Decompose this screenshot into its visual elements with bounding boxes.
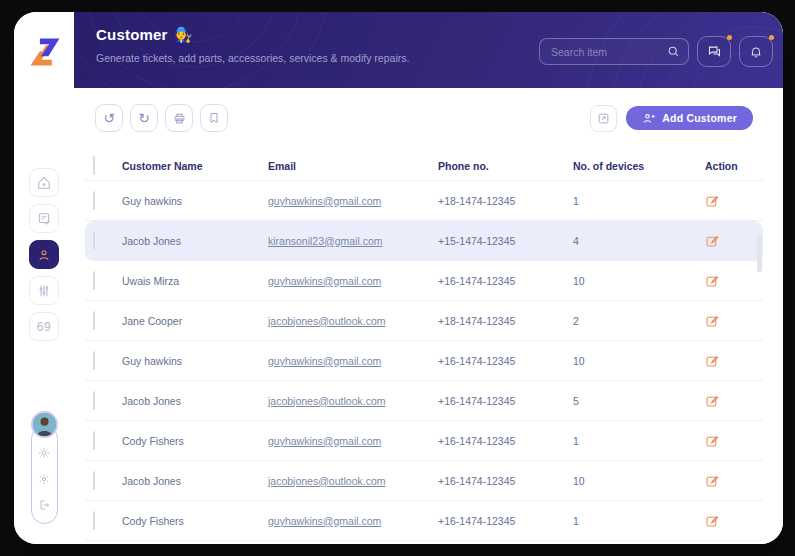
cell-email-link[interactable]: jacobjones@outlook.com [268,475,385,487]
table-row[interactable]: Jacob Jones kiransonil23@gmail.com +15-1… [85,221,763,261]
cell-customer-name: Cody Fishers [122,435,268,447]
column-header-devices: No. of devices [573,160,705,172]
table-row[interactable]: Guy hawkins guyhawkins@gmail.com +18-147… [85,181,763,221]
cell-phone: +18-1474-12345 [438,315,573,327]
table-row[interactable]: Cody Fishers guyhawkins@gmail.com +16-14… [85,501,763,541]
search-icon [667,45,680,58]
cell-customer-name: Jacob Jones [122,475,268,487]
print-button[interactable] [165,104,193,132]
edit-icon [705,234,719,248]
table-row[interactable]: Uwais Mirza guyhawkins@gmail.com +16-147… [85,261,763,301]
undo-button[interactable]: ↺ [95,104,123,132]
user-avatar[interactable] [31,411,58,438]
cell-devices: 4 [573,235,705,247]
cell-devices: 1 [573,195,705,207]
home-icon [37,176,51,190]
header-actions [539,36,773,67]
printer-icon [173,112,186,125]
page-subtitle: Generate tickets, add parts, accessories… [96,52,409,64]
row-checkbox[interactable] [93,191,95,210]
select-all-checkbox[interactable] [93,156,95,175]
cell-email-link[interactable]: guyhawkins@gmail.com [268,435,381,447]
profile-stack [14,411,74,524]
notifications-button[interactable] [739,36,773,67]
edit-button[interactable] [705,353,720,368]
edit-button[interactable] [705,473,720,488]
column-header-phone: Phone no. [438,160,573,172]
cell-email-link[interactable]: guyhawkins@gmail.com [268,355,381,367]
cell-customer-name: Guy hawkins [122,355,268,367]
cell-devices: 10 [573,355,705,367]
table-row[interactable]: Cody Fishers guyhawkins@gmail.com +16-14… [85,421,763,461]
sidebar-item-customers[interactable] [29,240,59,269]
page-title: Customer [96,26,168,43]
table-toolbar: ↺ ↻ Add Customer [95,104,753,132]
cell-email-link[interactable]: guyhawkins@gmail.com [268,195,381,207]
search-box [539,38,689,65]
cell-devices: 1 [573,515,705,527]
user-plus-icon [642,112,655,125]
row-checkbox[interactable] [93,471,95,490]
profile-quick-actions [31,425,58,524]
sidebar-item-tickets[interactable] [29,204,59,233]
edit-button[interactable] [705,273,720,288]
redo-icon: ↻ [138,111,150,125]
redo-button[interactable]: ↻ [130,104,158,132]
row-checkbox[interactable] [93,431,95,450]
edit-icon [705,314,719,328]
add-customer-button[interactable]: Add Customer [626,106,753,130]
row-checkbox[interactable] [93,231,95,250]
bell-icon [749,45,763,59]
cell-email-link[interactable]: kiransonil23@gmail.com [268,235,383,247]
page-header: Customer🧑‍🔧 Generate tickets, add parts,… [74,12,783,88]
edit-button[interactable] [705,433,720,448]
edit-button[interactable] [705,313,720,328]
messages-button[interactable] [697,36,731,67]
search-input[interactable] [551,46,667,58]
edit-button[interactable] [705,393,720,408]
table-body: Guy hawkins guyhawkins@gmail.com +18-147… [85,181,763,541]
theme-icon[interactable] [38,446,51,459]
edit-button[interactable] [705,233,720,248]
cell-email-link[interactable]: jacobjones@outlook.com [268,315,385,327]
cell-email-link[interactable]: guyhawkins@gmail.com [268,275,381,287]
chat-icon [707,44,722,59]
bookmark-button[interactable] [200,104,228,132]
stats-icon: 69 [37,320,51,334]
row-checkbox[interactable] [93,271,95,290]
app-window: 69 [14,12,783,544]
edit-icon [705,354,719,368]
table-row[interactable]: Guy hawkins guyhawkins@gmail.com +16-147… [85,341,763,381]
cell-devices: 10 [573,475,705,487]
row-checkbox[interactable] [93,311,95,330]
notification-dot [727,35,732,40]
sidebar-item-home[interactable] [29,168,59,197]
table-row[interactable]: Jacob Jones jacobjones@outlook.com +16-1… [85,461,763,501]
edit-button[interactable] [705,193,720,208]
table-scrollbar[interactable] [757,234,762,272]
export-icon [597,112,610,125]
cell-phone: +16-1474-12345 [438,395,573,407]
cell-phone: +16-1474-12345 [438,515,573,527]
edit-button[interactable] [705,513,720,528]
cell-customer-name: Jacob Jones [122,395,268,407]
export-button[interactable] [590,105,617,132]
settings-icon[interactable] [38,472,51,485]
sidebar-item-stats[interactable]: 69 [29,312,59,341]
edit-icon [705,434,719,448]
table-row[interactable]: Jacob Jones jacobjones@outlook.com +16-1… [85,381,763,421]
ticket-edit-icon [37,212,51,226]
row-checkbox[interactable] [93,391,95,410]
table-row[interactable]: Jane Cooper jacobjones@outlook.com +18-1… [85,301,763,341]
sidebar-item-filters[interactable] [29,276,59,305]
sidebar: 69 [14,12,74,544]
cell-email-link[interactable]: guyhawkins@gmail.com [268,515,381,527]
cell-email-link[interactable]: jacobjones@outlook.com [268,395,385,407]
cell-customer-name: Uwais Mirza [122,275,268,287]
row-checkbox[interactable] [93,351,95,370]
sliders-icon [37,284,51,298]
edit-icon [705,274,719,288]
customer-table: Customer Name Email Phone no. No. of dev… [85,152,763,541]
row-checkbox[interactable] [93,511,95,530]
logout-icon[interactable] [38,498,51,511]
